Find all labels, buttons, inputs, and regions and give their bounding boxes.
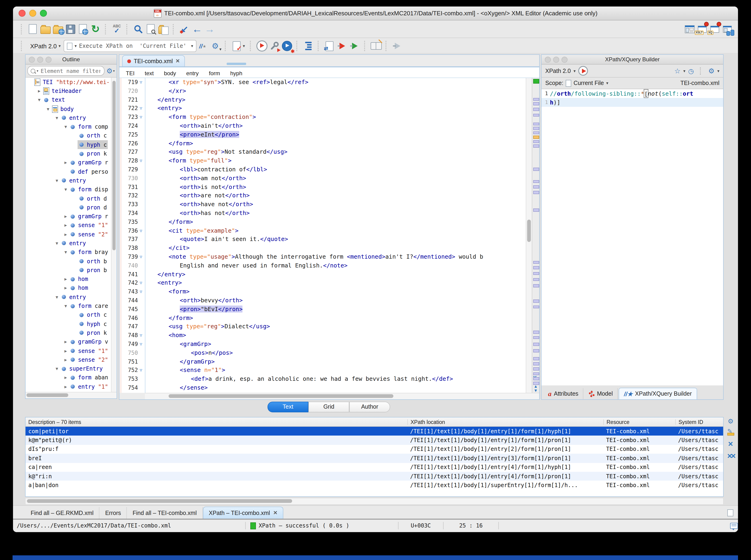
builder-settings-button[interactable]: ⚙ xyxy=(708,67,714,74)
outline-item-pron[interactable]: prond xyxy=(25,203,112,212)
minimize-window-button[interactable] xyxy=(29,10,36,17)
line-number[interactable]: 727 xyxy=(122,148,145,157)
open-url-button[interactable] xyxy=(52,23,64,35)
occurrence-mark[interactable] xyxy=(533,331,539,334)
code-line-719[interactable]: <xr type="syn">SYN. see <ref>legal</ref> xyxy=(145,78,526,87)
collapse-icon[interactable]: ▼ xyxy=(63,250,69,255)
line-number[interactable]: 745 xyxy=(122,305,145,314)
outline-item-pron[interactable]: pronk xyxy=(25,328,112,338)
builder-panel-header[interactable]: XPath/XQuery Builder xyxy=(541,55,723,64)
outline-item-def[interactable]: defperso xyxy=(25,167,112,176)
code-line-723[interactable]: <form type="contraction"> xyxy=(145,113,526,122)
code-line-726[interactable]: </form> xyxy=(145,139,526,148)
favorites-icon[interactable]: ☆ xyxy=(674,67,680,75)
occurrence-mark[interactable] xyxy=(533,284,539,287)
line-number[interactable]: 754 xyxy=(122,383,145,392)
format-indent-button[interactable] xyxy=(302,40,315,52)
panel-doc-icon[interactable] xyxy=(727,509,733,516)
occurrence-mark[interactable] xyxy=(533,382,539,385)
outline-item-gramGrp[interactable]: ▶gramGrpr xyxy=(25,158,112,167)
expand-icon[interactable]: ▶ xyxy=(36,89,42,93)
fold-toggle-icon[interactable]: ▽ xyxy=(138,104,144,113)
result-row[interactable]: ca|reen/TEI[1]/text[1]/body[1]/entry[4]/… xyxy=(25,463,723,472)
column-header-resource[interactable]: Resource xyxy=(603,419,675,425)
scrollbar-thumb[interactable] xyxy=(27,499,292,503)
element-filter-input[interactable] xyxy=(40,67,101,75)
open-file-button[interactable] xyxy=(39,23,52,35)
last-modification-button[interactable]: ↙ ✱ xyxy=(178,23,191,35)
column-header-system-id[interactable]: System ID xyxy=(675,419,722,425)
remove-result-button[interactable]: ✕ xyxy=(728,440,733,448)
expand-icon[interactable]: ▶ xyxy=(63,232,69,237)
line-number[interactable]: 743▽ xyxy=(122,287,145,296)
outline-item-orth[interactable]: orthb xyxy=(25,257,112,266)
find-replace-button[interactable] xyxy=(144,23,157,35)
expand-icon[interactable]: ▶ xyxy=(63,277,69,281)
xpath-expression-line[interactable]: 1//orth/following-sibling::*[not(self::o… xyxy=(541,89,723,98)
line-number[interactable]: 747 xyxy=(122,322,145,331)
navigate-marks-icon[interactable]: ▲▼ xyxy=(533,384,539,393)
tab-xpath-xquery-builder[interactable]: //★ XPath/XQuery Builder xyxy=(619,388,697,399)
code-line-724[interactable]: <orth>ain't</orth> xyxy=(145,122,526,131)
outline-item-gramGrp[interactable]: ▶gramGrpv xyxy=(25,337,112,346)
code-line-742[interactable]: <entry> xyxy=(145,279,526,288)
outline-vertical-scrollbar[interactable] xyxy=(111,78,117,392)
occurrence-mark[interactable] xyxy=(533,185,539,188)
pin-result-button[interactable] xyxy=(336,40,349,52)
outline-item-sense[interactable]: ▶sense"2" xyxy=(25,355,112,364)
outline-item-entry[interactable]: ▼entry xyxy=(25,176,112,185)
fold-toggle-icon[interactable]: ▽ xyxy=(138,226,144,235)
occurrence-mark[interactable] xyxy=(533,131,539,134)
xpath-expression-editor[interactable]: 1//orth/following-sibling::*[not(self::o… xyxy=(541,89,723,385)
line-number-gutter[interactable]: 719▽720721722▽723▽724725726727728▽729730… xyxy=(122,78,145,393)
line-number[interactable]: 736▽ xyxy=(122,226,145,235)
line-number[interactable]: 746 xyxy=(122,314,145,322)
occurrence-mark[interactable] xyxy=(533,168,539,171)
line-number[interactable]: 721 xyxy=(122,95,145,104)
view-mode-grid[interactable]: Grid xyxy=(309,401,349,412)
code-line-720[interactable]: </xr> xyxy=(145,87,526,96)
expand-icon[interactable]: ▶ xyxy=(63,384,69,389)
line-number[interactable]: 720 xyxy=(122,87,145,96)
xpath-builder-shortcut-button[interactable]: //⋆ xyxy=(196,40,209,52)
occurrence-mark[interactable] xyxy=(533,191,539,194)
history-icon[interactable]: ◷ xyxy=(688,67,694,75)
scrollbar-thumb[interactable] xyxy=(26,393,68,397)
fold-toggle-icon[interactable]: ▽ xyxy=(138,157,144,165)
scope-value-dropdown[interactable]: Current File xyxy=(574,80,604,86)
outline-item-form[interactable]: ▼formbray xyxy=(25,248,112,257)
occurrence-mark[interactable] xyxy=(533,343,539,346)
column-header-xpath[interactable]: XPath location xyxy=(407,419,603,425)
fold-toggle-icon[interactable]: ▽ xyxy=(138,287,144,296)
pin-disabled-button[interactable] xyxy=(391,40,404,52)
scrollbar-thumb[interactable] xyxy=(112,81,115,251)
code-line-743[interactable]: <form> xyxy=(145,287,526,296)
code-line-747[interactable]: <usg type="reg">Dialect</usg> xyxy=(145,322,526,331)
builder-xpath-version-dropdown[interactable]: XPath 2.0 xyxy=(545,67,571,74)
debug-scenario-button[interactable]: ✱ xyxy=(281,40,293,52)
scrollbar-thumb[interactable] xyxy=(527,220,531,242)
execute-xpath-button[interactable] xyxy=(578,66,588,76)
collapse-icon[interactable]: ▼ xyxy=(54,366,60,371)
debug-xslt-button[interactable]: XSLT xyxy=(696,23,708,35)
occurrence-mark[interactable] xyxy=(533,266,539,269)
outline-item-hom[interactable]: ▶hom xyxy=(25,275,112,284)
tab-model[interactable]: Model xyxy=(585,388,618,399)
code-line-754[interactable]: </sense> xyxy=(145,383,526,392)
validate-document-button[interactable]: ✓ xyxy=(230,40,243,52)
occurrence-mark[interactable] xyxy=(533,180,539,183)
code-line-744[interactable]: <orth>bevvy</orth> xyxy=(145,296,526,305)
line-number[interactable]: 728▽ xyxy=(122,157,145,165)
occurrence-mark[interactable] xyxy=(533,272,539,275)
code-line-728[interactable]: <form type="full"> xyxy=(145,157,526,165)
line-number[interactable]: 739▽ xyxy=(122,253,145,261)
find-in-files-button[interactable] xyxy=(157,23,170,35)
line-number[interactable]: 750 xyxy=(122,348,145,357)
validation-ok-indicator[interactable] xyxy=(533,79,539,84)
code-line-729[interactable]: <lbl>contraction of</lbl> xyxy=(145,165,526,174)
close-tab-icon[interactable]: ✕ xyxy=(176,58,180,64)
line-number[interactable]: 719▽ xyxy=(122,78,145,87)
line-number[interactable]: 744 xyxy=(122,296,145,305)
code-line-730[interactable]: <orth>am not</orth> xyxy=(145,174,526,183)
debug-xquery-button[interactable]: XQ xyxy=(708,23,721,35)
